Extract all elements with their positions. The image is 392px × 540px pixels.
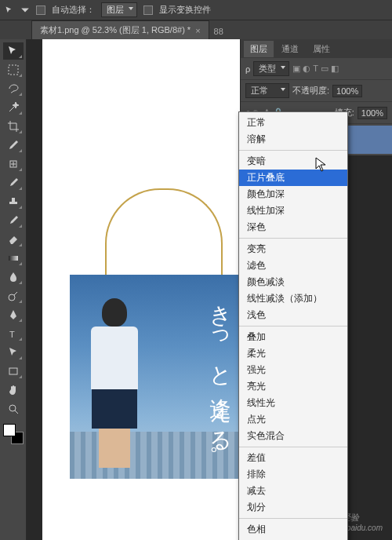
dodge-tool[interactable] bbox=[3, 287, 24, 305]
fill-value[interactable]: 100% bbox=[358, 107, 387, 119]
close-icon[interactable]: × bbox=[195, 26, 200, 35]
blend-mode-item[interactable]: 颜色加深 bbox=[239, 186, 347, 202]
move-tool[interactable] bbox=[3, 42, 24, 60]
blend-mode-item[interactable]: 叠加 bbox=[239, 329, 347, 345]
blend-mode-item[interactable]: 柔光 bbox=[239, 345, 347, 362]
document-tab-title: 素材1.png @ 52.3% (图层 1, RGB/8#) * bbox=[40, 24, 191, 36]
opacity-value[interactable]: 100% bbox=[332, 85, 362, 97]
svg-rect-0 bbox=[9, 65, 18, 75]
tab-paths[interactable]: 属性 bbox=[307, 41, 336, 57]
blend-mode-item[interactable]: 溶解 bbox=[239, 131, 347, 148]
svg-text:T: T bbox=[9, 330, 15, 339]
auto-select-label: 自动选择： bbox=[52, 4, 95, 16]
dropdown-arrow-icon[interactable] bbox=[20, 5, 30, 15]
lasso-tool[interactable] bbox=[3, 80, 24, 97]
document-tab-second[interactable]: 88 bbox=[209, 24, 228, 39]
blur-tool[interactable] bbox=[3, 268, 24, 286]
blend-mode-item[interactable]: 浅色 bbox=[239, 307, 347, 323]
heal-tool[interactable] bbox=[3, 155, 24, 173]
document-tab-bar: 素材1.png @ 52.3% (图层 1, RGB/8#) * × 88 bbox=[0, 20, 392, 39]
blend-mode-item[interactable]: 色相 bbox=[239, 521, 347, 538]
blend-mode-item[interactable]: 减去 bbox=[239, 483, 347, 499]
auto-select-target-dropdown[interactable]: 图层 bbox=[101, 2, 137, 17]
blend-group-6: 色相饱和度颜色明度 bbox=[239, 519, 347, 540]
tab-layers[interactable]: 图层 bbox=[244, 41, 274, 57]
blend-mode-dropdown[interactable]: 正常 bbox=[245, 83, 289, 98]
tool-column: T bbox=[0, 39, 27, 540]
blend-group-4: 叠加柔光强光亮光线性光点光实色混合 bbox=[239, 327, 347, 447]
eraser-tool[interactable] bbox=[3, 231, 24, 248]
show-transform-label: 显示变换控件 bbox=[159, 4, 211, 16]
move-tool-icon bbox=[5, 5, 14, 15]
svg-rect-2 bbox=[9, 256, 18, 261]
auto-select-checkbox[interactable] bbox=[36, 5, 45, 15]
blend-mode-item[interactable]: 排除 bbox=[239, 466, 347, 483]
blend-mode-item[interactable]: 划分 bbox=[239, 499, 347, 516]
eyedropper-tool[interactable] bbox=[3, 137, 24, 154]
japanese-text: きっと逢える。 bbox=[205, 290, 234, 472]
options-bar: 自动选择： 图层 显示变换控件 bbox=[0, 0, 392, 20]
svg-point-6 bbox=[9, 405, 16, 411]
blend-mode-menu: 正常溶解 变暗正片叠底颜色加深线性加深深色 变亮滤色颜色减淡线性减淡（添加）浅色… bbox=[238, 111, 348, 540]
blend-mode-item[interactable]: 实色混合 bbox=[239, 428, 347, 444]
blend-mode-item[interactable]: 强光 bbox=[239, 362, 347, 378]
blend-mode-item[interactable]: 滤色 bbox=[239, 257, 347, 274]
blend-mode-item[interactable]: 差值 bbox=[239, 450, 347, 466]
blend-mode-item[interactable]: 正片叠底 bbox=[239, 170, 347, 186]
blend-mode-item[interactable]: 变暗 bbox=[239, 153, 347, 170]
gradient-tool[interactable] bbox=[3, 250, 24, 267]
wand-tool[interactable] bbox=[3, 99, 24, 116]
blend-mode-item[interactable]: 颜色减淡 bbox=[239, 274, 347, 290]
marquee-tool[interactable] bbox=[3, 61, 24, 78]
pen-tool[interactable] bbox=[3, 306, 24, 323]
type-tool[interactable]: T bbox=[3, 325, 24, 342]
zoom-tool[interactable] bbox=[3, 400, 24, 418]
blend-group-2: 变暗正片叠底颜色加深线性加深深色 bbox=[239, 151, 347, 239]
show-transform-checkbox[interactable] bbox=[143, 5, 153, 15]
crop-tool[interactable] bbox=[3, 118, 24, 135]
blend-group-1: 正常溶解 bbox=[239, 112, 347, 151]
blend-mode-item[interactable]: 深色 bbox=[239, 219, 347, 235]
hand-tool[interactable] bbox=[3, 381, 24, 399]
tab-channels[interactable]: 通道 bbox=[275, 41, 305, 57]
history-brush-tool[interactable] bbox=[3, 212, 24, 229]
opacity-label: 不透明度: bbox=[292, 85, 329, 97]
color-swatches[interactable] bbox=[3, 424, 24, 444]
blend-mode-item[interactable]: 线性加深 bbox=[239, 202, 347, 219]
blend-mode-item[interactable]: 线性光 bbox=[239, 395, 347, 411]
cursor-icon bbox=[315, 157, 328, 173]
path-select-tool[interactable] bbox=[3, 344, 24, 361]
filter-kind-dropdown[interactable]: 类型 bbox=[253, 61, 289, 76]
layer-filter-row: ρ 类型 ▣ ◐ T ▭ ◧ bbox=[241, 58, 392, 80]
blend-group-3: 变亮滤色颜色减淡线性减淡（添加）浅色 bbox=[239, 239, 347, 327]
svg-rect-5 bbox=[9, 368, 17, 374]
blend-mode-item[interactable]: 线性减淡（添加） bbox=[239, 290, 347, 307]
blend-opacity-row: 正常 不透明度: 100% bbox=[241, 80, 392, 102]
blend-mode-item[interactable]: 亮光 bbox=[239, 378, 347, 395]
panel-tabs: 图层 通道 属性 bbox=[241, 39, 392, 58]
svg-point-3 bbox=[9, 294, 15, 301]
filter-icons[interactable]: ▣ ◐ T ▭ ◧ bbox=[292, 64, 339, 74]
blend-mode-item[interactable]: 变亮 bbox=[239, 241, 347, 257]
blend-mode-item[interactable]: 正常 bbox=[239, 115, 347, 131]
document-tab-active[interactable]: 素材1.png @ 52.3% (图层 1, RGB/8#) * × bbox=[31, 20, 209, 39]
stamp-tool[interactable] bbox=[3, 193, 24, 210]
blend-group-5: 差值排除减去划分 bbox=[239, 447, 347, 519]
blend-mode-item[interactable]: 点光 bbox=[239, 411, 347, 428]
filter-kind-label: ρ bbox=[245, 64, 250, 74]
brush-tool[interactable] bbox=[3, 174, 24, 192]
rectangle-tool[interactable] bbox=[3, 363, 24, 380]
